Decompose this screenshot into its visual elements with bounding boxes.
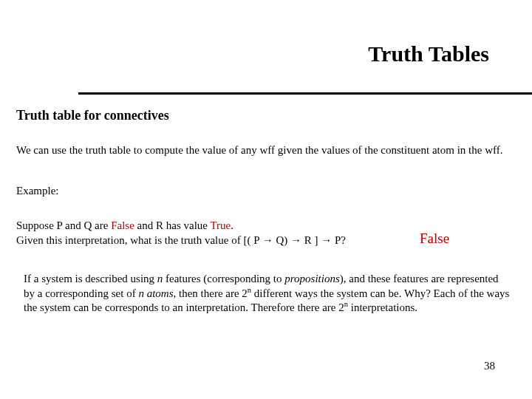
horizontal-rule bbox=[78, 92, 532, 95]
line2-mid2: R ] bbox=[301, 234, 321, 246]
line2-prefix: Given this interpretation, what is the t… bbox=[16, 234, 262, 246]
suppose-prefix: Suppose P and Q are bbox=[16, 219, 111, 231]
page-number: 38 bbox=[484, 360, 495, 372]
true-word: True bbox=[210, 219, 231, 231]
suppose-mid1: and R has value bbox=[134, 219, 211, 231]
example-label: Example: bbox=[16, 185, 58, 197]
intro-text: We can use the truth table to compute th… bbox=[16, 143, 519, 157]
suppose-period: . bbox=[231, 219, 233, 231]
false-word: False bbox=[111, 219, 134, 231]
para-propositions: propositions bbox=[284, 273, 339, 284]
line2-mid1: Q) bbox=[273, 234, 290, 246]
explanation-paragraph: If a system is described using n feature… bbox=[24, 272, 511, 316]
section-heading: Truth table for connectives bbox=[16, 108, 169, 123]
para-t5: , then there are 2 bbox=[173, 287, 247, 299]
arrow-icon: → bbox=[321, 234, 332, 246]
para-t7: interpretations. bbox=[348, 301, 417, 313]
line2-suffix: P? bbox=[332, 234, 346, 246]
arrow-icon: → bbox=[262, 234, 273, 246]
answer-value: False bbox=[420, 231, 449, 247]
arrow-icon: → bbox=[290, 234, 301, 246]
slide-title: Truth Tables bbox=[368, 41, 489, 66]
para-t2: features (corresponding to bbox=[163, 273, 284, 284]
para-t1: If a system is described using bbox=[24, 273, 157, 284]
para-t4: atoms bbox=[144, 287, 174, 299]
para-n2: n bbox=[138, 287, 144, 299]
